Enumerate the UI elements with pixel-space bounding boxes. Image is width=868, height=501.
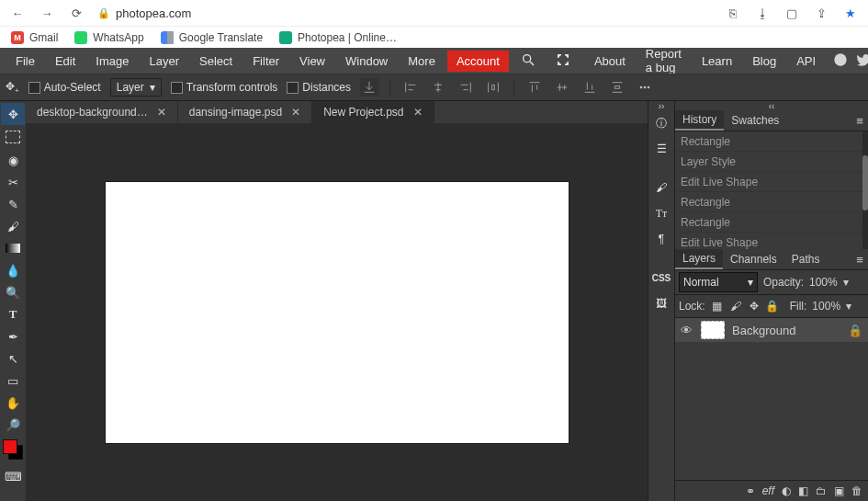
tab-paths[interactable]: Paths — [784, 249, 828, 269]
bookmark-whatsapp[interactable]: WhatsApp — [74, 31, 143, 44]
layer-name[interactable]: Background — [732, 324, 795, 337]
info-panel-icon[interactable]: ⓘ — [648, 110, 674, 136]
menu-filter[interactable]: Filter — [244, 52, 287, 70]
browser-reload-icon[interactable]: ⟳ — [68, 5, 85, 21]
properties-panel-icon[interactable]: ☰ — [648, 136, 674, 162]
tool-pen[interactable]: ✒ — [1, 325, 25, 347]
image-panel-icon[interactable]: 🖼 — [648, 290, 674, 316]
tool-shape[interactable]: ▭ — [1, 370, 25, 392]
tab-layers[interactable]: Layers — [675, 249, 723, 269]
group-icon[interactable]: 🗀 — [816, 484, 827, 497]
layer-thumbnail[interactable] — [701, 321, 725, 339]
menu-file[interactable]: File — [7, 52, 43, 70]
link-about[interactable]: About — [586, 52, 634, 70]
align-bottom-icon[interactable] — [581, 78, 599, 97]
paragraph-panel-icon[interactable]: ¶ — [648, 226, 674, 252]
tool-quickmask[interactable]: ⌨ — [1, 465, 25, 487]
menu-account[interactable]: Account — [447, 51, 509, 72]
tool-dodge[interactable]: 🔍 — [1, 281, 25, 303]
layer-row[interactable]: 👁 Background 🔒 — [675, 318, 868, 342]
browser-share-icon[interactable]: ⇪ — [813, 5, 829, 21]
bookmark-photopea[interactable]: Photopea | Online… — [279, 31, 397, 44]
lock-paint-icon[interactable]: 🖌 — [729, 300, 742, 313]
fx-icon[interactable]: eff — [762, 484, 774, 497]
foreground-color[interactable] — [3, 439, 17, 454]
close-icon[interactable]: ✕ — [291, 106, 300, 119]
menu-image[interactable]: Image — [87, 52, 137, 70]
align-right-icon[interactable] — [457, 78, 475, 97]
auto-select-target[interactable]: Layer ▾ — [110, 78, 162, 97]
twitter-icon[interactable] — [857, 52, 868, 70]
auto-select-checkbox[interactable]: Auto-Select — [28, 81, 101, 94]
reddit-icon[interactable] — [833, 52, 848, 70]
adjustment-icon[interactable]: ◧ — [798, 484, 808, 497]
distances-checkbox[interactable]: Distances — [287, 81, 351, 94]
tool-zoom[interactable]: 🔎 — [1, 414, 25, 436]
menu-window[interactable]: Window — [337, 52, 396, 70]
lock-position-icon[interactable]: ✥ — [748, 300, 761, 313]
browser-url[interactable]: photopea.com — [116, 6, 191, 20]
history-scrollbar-thumb[interactable] — [862, 155, 868, 211]
layer-visibility-icon[interactable]: 👁 — [681, 324, 693, 337]
history-item[interactable]: Rectangle — [675, 131, 868, 152]
blend-mode-select[interactable]: Normal ▾ — [679, 272, 758, 292]
canvas-viewport[interactable] — [26, 123, 648, 501]
panel-grip-icon[interactable]: ›› — [648, 101, 674, 110]
history-item[interactable]: Edit Live Shape — [675, 233, 868, 249]
fill-slider-icon[interactable]: ▾ — [846, 300, 851, 313]
align-center-h-icon[interactable] — [429, 78, 447, 97]
tool-gradient[interactable] — [1, 237, 25, 259]
panel-menu-icon[interactable]: ≡ — [851, 249, 868, 269]
brushes-panel-icon[interactable]: 🖌 — [648, 175, 674, 200]
color-swatches[interactable] — [3, 439, 23, 460]
browser-newtab-icon[interactable]: ▢ — [783, 5, 800, 21]
close-icon[interactable]: ✕ — [157, 106, 166, 119]
link-api[interactable]: API — [788, 52, 824, 70]
history-item[interactable]: Edit Live Shape — [675, 172, 868, 192]
tool-move[interactable]: ✥ — [1, 103, 25, 125]
bookmark-google-translate[interactable]: Google Translate — [161, 31, 263, 44]
transform-controls-checkbox[interactable]: Transform controls — [171, 81, 278, 94]
link-learn[interactable]: Learn — [693, 52, 740, 70]
tool-hand[interactable]: ✋ — [1, 392, 25, 414]
link-blog[interactable]: Blog — [744, 52, 784, 70]
layers-list[interactable]: 👁 Background 🔒 — [675, 318, 868, 480]
link-report[interactable]: Report a bug — [637, 45, 690, 76]
tab-channels[interactable]: Channels — [723, 249, 784, 269]
browser-forward-icon[interactable]: → — [39, 5, 55, 21]
panel-menu-icon[interactable]: ≡ — [851, 110, 868, 131]
tool-eyedrop[interactable]: ✎ — [1, 193, 25, 215]
distribute-h-icon[interactable] — [484, 78, 502, 97]
tab-new-project[interactable]: New Project.psd ✕ — [312, 101, 434, 123]
distribute-v-icon[interactable] — [608, 78, 626, 97]
tool-type[interactable]: T — [1, 303, 25, 325]
align-top-icon[interactable] — [525, 78, 544, 97]
panel-grip-icon[interactable]: ‹‹ — [675, 101, 868, 110]
history-list[interactable]: Rectangle Layer Style Edit Live Shape Re… — [675, 131, 868, 249]
link-layers-icon[interactable]: ⚭ — [746, 484, 755, 497]
tool-lasso[interactable]: ◉ — [1, 149, 25, 171]
tab-swatches[interactable]: Swatches — [724, 110, 786, 131]
align-middle-v-icon[interactable] — [553, 78, 571, 97]
browser-install-icon[interactable]: ⎘ — [725, 5, 741, 21]
css-panel-icon[interactable]: CSS — [648, 265, 674, 290]
opacity-value[interactable]: 100% — [809, 276, 838, 289]
history-item[interactable]: Rectangle — [675, 192, 868, 212]
browser-bookmark-star-icon[interactable]: ★ — [842, 5, 859, 21]
lock-all-icon[interactable]: 🔒 — [766, 300, 779, 313]
tool-marquee[interactable] — [6, 131, 20, 143]
browser-download-icon[interactable]: ⭳ — [754, 5, 771, 21]
tool-path-sel[interactable]: ↖ — [1, 347, 25, 370]
fit-screen-icon[interactable] — [547, 51, 579, 72]
tool-blur[interactable]: 💧 — [1, 259, 25, 281]
delete-layer-icon[interactable]: 🗑 — [851, 484, 862, 497]
browser-back-icon[interactable]: ← — [9, 5, 26, 21]
tab-desktop-background[interactable]: desktop-background… ✕ — [26, 101, 178, 123]
history-item[interactable]: Rectangle — [675, 212, 868, 233]
close-icon[interactable]: ✕ — [413, 106, 423, 119]
new-layer-icon[interactable]: ▣ — [834, 484, 844, 497]
menu-layer[interactable]: Layer — [141, 52, 188, 70]
fill-value[interactable]: 100% — [812, 300, 840, 313]
tab-history[interactable]: History — [675, 110, 724, 131]
tool-brush[interactable]: 🖌 — [1, 215, 25, 237]
